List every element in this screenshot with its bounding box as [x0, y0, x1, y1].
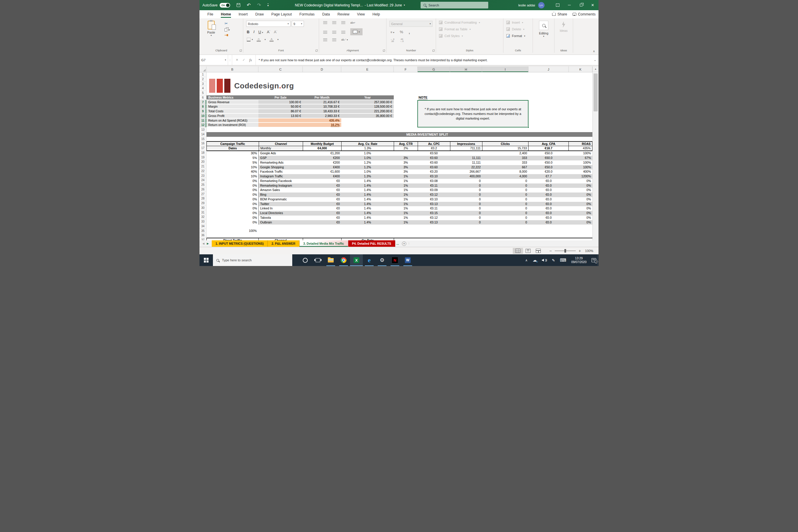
metrics-ratio-row[interactable]: Return on Investment (ROI)16.2% [207, 123, 394, 128]
row-header-17[interactable]: 17 [200, 146, 207, 151]
autosave-toggle[interactable]: AutoSave On [203, 3, 230, 7]
sheet-nav-left-icon[interactable]: ◀ [203, 242, 205, 245]
align-bottom-button[interactable] [341, 21, 345, 24]
row-header-29[interactable]: 29 [200, 201, 207, 206]
media-row[interactable]: 0%Remarketing Instagram€01.4%1%€0.1100€0… [207, 184, 592, 188]
touch-keyboard-icon[interactable]: ⌨ [560, 258, 566, 263]
borders-button[interactable] [247, 38, 250, 41]
row-header-22[interactable]: 22 [200, 169, 207, 173]
bold-button[interactable]: B [247, 30, 249, 34]
decrease-indent-button[interactable] [323, 38, 327, 41]
media-row[interactable]: 5%GSP€2001.0%3%€0.6011,111333€60.067% [207, 156, 592, 160]
orientation-button[interactable]: ab⟋ ▾ [341, 38, 348, 41]
column-header-B[interactable]: B [207, 66, 259, 72]
share-button[interactable]: Share [552, 12, 567, 16]
row-header-30[interactable]: 30 [200, 206, 207, 210]
netflix-button[interactable]: N [388, 254, 401, 266]
name-box[interactable]: G7 ▾ [200, 55, 228, 65]
zoom-slider[interactable] [555, 250, 576, 251]
add-sheet-button[interactable]: + [402, 240, 406, 247]
undo-button[interactable]: ↶ [247, 3, 250, 7]
cut-button[interactable]: ✂ [225, 21, 230, 26]
zoom-slider-thumb[interactable] [564, 249, 566, 252]
row-header-26[interactable]: 26 [200, 187, 207, 192]
row-header-35[interactable]: 35 [200, 229, 207, 233]
metrics-row[interactable]: Margin50.00 €10,708.33 €128,500.00 € [207, 104, 394, 109]
comments-button[interactable]: Comments [572, 12, 595, 16]
row-header-7[interactable]: 7 [200, 100, 207, 105]
row-header-10[interactable]: 10 [200, 114, 207, 118]
column-header-I[interactable]: I [482, 66, 529, 72]
wrap-text-button[interactable]: ab↵ [350, 21, 356, 24]
row-header-34[interactable]: 34 [200, 224, 207, 229]
number-dialog-launcher-icon[interactable] [433, 50, 435, 52]
close-button[interactable]: ✕ [587, 0, 598, 10]
volume-icon[interactable]: ))) [542, 259, 547, 262]
sheet-tab-yellow[interactable]: 2. P&L ANSWER [268, 240, 300, 247]
tray-expand-icon[interactable]: ∧ [525, 259, 528, 262]
media-row[interactable]: 30%Google Ads€1,2001.0%€0.502,400€50.010… [207, 151, 592, 156]
row-header-24[interactable]: 24 [200, 178, 207, 183]
menu-tab-draw[interactable]: Draw [251, 10, 267, 18]
column-header-H[interactable]: H [450, 66, 482, 72]
media-summary-cell[interactable]: 435% [568, 146, 592, 151]
borders-dropdown-icon[interactable]: ▾ [252, 38, 253, 41]
fill-color-button[interactable]: ◇ [256, 38, 261, 42]
sheet-tab-yellow[interactable]: 1. INPUT METRICS (QUESTIONS) [212, 240, 268, 247]
menu-tab-review[interactable]: Review [334, 10, 353, 18]
metrics-row[interactable]: Gross Profit13.93 €2,983.33 €35,800.00 € [207, 114, 394, 118]
media-row[interactable]: 40%Facebook Traffic€1,6001.0%3%€0.20266,… [207, 169, 592, 174]
media-row[interactable]: 10%Instagram Traffic€4001.3%1%€0.10400,0… [207, 174, 592, 179]
row-header-28[interactable]: 28 [200, 196, 207, 201]
edge-button[interactable]: e [363, 254, 376, 266]
business-metrics-table[interactable]: Business MetricsPer SalePer MonthYear Gr… [207, 95, 394, 128]
select-all-corner[interactable] [200, 66, 207, 72]
metrics-ratio-row[interactable]: Return on Ad Spend (ROAS)435.4% [207, 118, 394, 123]
row-header-3[interactable]: 3 [200, 82, 207, 86]
zoom-in-button[interactable]: + [579, 248, 581, 253]
column-header-C[interactable]: C [259, 66, 303, 72]
font-color-button[interactable]: A [269, 38, 273, 42]
paste-dropdown-icon[interactable]: ▾ [204, 34, 219, 37]
zoom-out-button[interactable]: − [549, 248, 552, 253]
start-button[interactable] [200, 254, 213, 266]
avatar[interactable]: LA [538, 2, 545, 8]
page-layout-view-button[interactable] [523, 248, 533, 254]
minimize-button[interactable] [564, 0, 575, 10]
clock[interactable]: 13:29 09/07/2020 [571, 256, 587, 264]
row-header-14[interactable]: 14 [200, 132, 207, 137]
menu-tab-home[interactable]: Home [217, 10, 235, 18]
media-row[interactable]: 0%Amazon Sales€01.4%1%€0.0900€0.00% [207, 188, 592, 192]
grow-font-button[interactable]: Aˆ [267, 30, 270, 34]
media-summary-cell[interactable]: €4,000 [303, 146, 341, 151]
media-row[interactable]: 0%Remarketing Facebook€01.4%1%€0.0800€0.… [207, 179, 592, 184]
italic-button[interactable]: I [253, 30, 254, 34]
align-middle-button[interactable] [332, 21, 336, 24]
increase-indent-button[interactable] [332, 38, 336, 41]
media-row[interactable]: 0%Twitter€01.4%1%€0.1300€0.00% [207, 202, 592, 207]
media-summary-cell[interactable]: Monthly [259, 146, 303, 151]
media-summary-cell[interactable]: Dates [207, 146, 259, 151]
file-explorer-button[interactable] [324, 254, 337, 266]
metrics-row[interactable]: Total Costs86.07 €18,433.33 €221,200.00 … [207, 109, 394, 114]
row-header-9[interactable]: 9 [200, 109, 207, 114]
cells-item-delete[interactable]: Delete▾ [506, 27, 525, 31]
align-top-button[interactable] [323, 21, 327, 24]
row-header-20[interactable]: 20 [200, 159, 207, 164]
comma-style-button[interactable]: , [408, 30, 410, 34]
styles-item-cell-styles[interactable]: Cell Styles▾ [439, 34, 480, 38]
expand-formula-bar-icon[interactable]: ⌄ [591, 55, 598, 65]
menu-tab-file[interactable]: File [204, 10, 217, 18]
row-header-4[interactable]: 4 [200, 86, 207, 91]
row-header-2[interactable]: 2 [200, 77, 207, 82]
row-header-8[interactable]: 8 [200, 104, 207, 109]
menu-tab-data[interactable]: Data [319, 10, 334, 18]
metrics-row[interactable]: Gross Revenue100.00 €21,416.67 €257,000.… [207, 100, 394, 105]
selection-fill-handle[interactable] [527, 126, 529, 128]
row-header-25[interactable]: 25 [200, 183, 207, 187]
pen-icon[interactable]: ✎ [552, 258, 555, 263]
save-icon[interactable] [236, 3, 240, 7]
column-header-F[interactable]: F [394, 66, 418, 72]
settings-button[interactable]: ⚙ [376, 254, 388, 266]
font-name-select[interactable]: Roboto▾ [246, 21, 290, 27]
